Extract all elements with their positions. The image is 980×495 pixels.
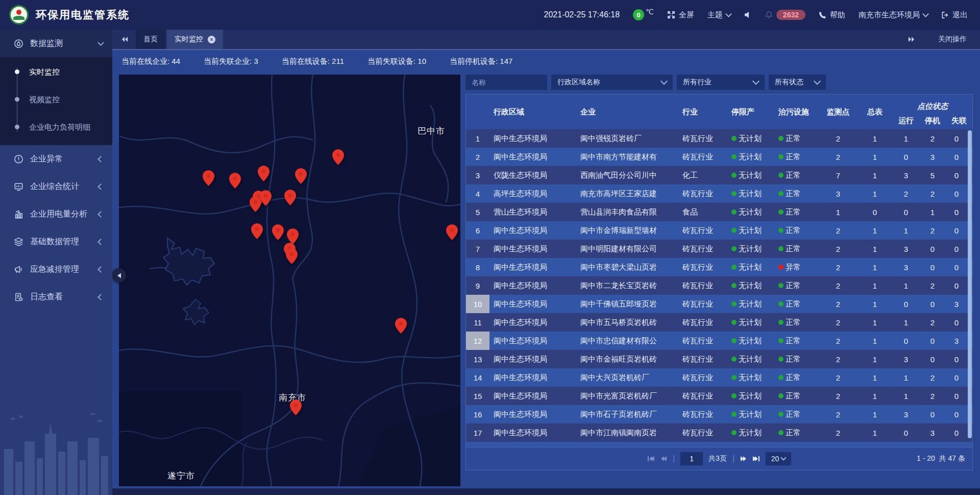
cell-region: 阆中生态环境局 — [489, 313, 576, 332]
table-row[interactable]: 7阆中生态环境局阆中明阳建材有限公司砖瓦行业无计划正常21300 — [466, 240, 972, 258]
prev-page-button[interactable] — [660, 456, 667, 462]
sidebar-subitem[interactable]: 企业电力负荷明细 — [0, 113, 112, 141]
table-row[interactable]: 17阆中生态环境局阆中市江南镇阆南页岩砖瓦行业无计划正常21030 — [466, 423, 972, 442]
table-row[interactable]: 15阆中生态环境局阆中市光富页岩机砖厂砖瓦行业无计划正常21120 — [466, 387, 972, 405]
table-scrollbar[interactable] — [967, 129, 972, 447]
map-pin-icon[interactable] — [332, 149, 344, 165]
sidebar-subitem[interactable]: 实时监控 — [0, 58, 112, 86]
tab-label: 首页 — [143, 35, 158, 44]
industry-select[interactable]: 所有行业 — [677, 75, 765, 90]
sidebar-subitem[interactable]: 视频监控 — [0, 86, 112, 113]
table-row[interactable]: 1阆中生态环境局阆中强锐页岩砖厂砖瓦行业无计划正常21120 — [466, 129, 972, 148]
col-header-industry[interactable]: 行业 — [678, 95, 727, 129]
table-row[interactable]: 13阆中生态环境局阆中市金福旺页岩机砖砖瓦行业无计划正常21300 — [466, 350, 972, 368]
table-row[interactable]: 10阆中生态环境局阆中千佛镇五郎垭页岩砖瓦行业无计划正常21003 — [466, 295, 972, 313]
map-pin-icon[interactable] — [284, 190, 296, 205]
last-page-button[interactable] — [752, 456, 760, 462]
sidebar-item-emergency[interactable]: 应急减排管理 — [0, 255, 112, 283]
table-row[interactable]: 18南部生态环境局南部县砒华水泥有限公建材化工无计划正常60060 — [466, 442, 972, 447]
table-row[interactable]: 14阆中生态环境局阆中大兴页岩机砖厂砖瓦行业无计划正常21120 — [466, 368, 972, 387]
help-button[interactable]: 帮助 — [819, 10, 845, 20]
tab-scroll-right-button[interactable] — [902, 36, 920, 43]
cell-stop-status: 无计划 — [727, 295, 774, 313]
map-pin-icon[interactable] — [395, 318, 407, 334]
status-dot-green-icon — [731, 412, 737, 417]
table-row[interactable]: 8阆中生态环境局阆中市枣碧大梁山页岩砖瓦行业无计划异常21300 — [466, 258, 972, 276]
table-body: 1阆中生态环境局阆中强锐页岩砖厂砖瓦行业无计划正常211202阆中生态环境局阆中… — [466, 129, 972, 447]
map-panel[interactable]: 巴中市南充市遂宁市 — [119, 75, 460, 486]
tab-active[interactable]: 实时监控× — [167, 30, 223, 49]
map-pin-icon[interactable] — [295, 168, 307, 184]
sidebar-item-enterprise-stats[interactable]: 企业综合统计 — [0, 173, 112, 200]
sidebar-item-enterprise-alert[interactable]: 企业异常 — [0, 145, 112, 173]
sidebar-item-data-monitor[interactable]: 数据监测 — [0, 30, 112, 57]
col-header-meter[interactable]: 总表 — [857, 95, 893, 129]
col-header-region[interactable]: 行政区域 — [489, 95, 576, 129]
status-dot-green-icon — [731, 375, 737, 380]
cell-meter-count: 1 — [857, 184, 893, 203]
cell-halt-count: 2 — [919, 129, 946, 148]
cell-halt-count: 0 — [919, 350, 946, 368]
page-number-input[interactable]: 1 — [680, 452, 703, 465]
map-pin-icon[interactable] — [286, 248, 298, 264]
map-pin-icon[interactable] — [229, 173, 241, 188]
name-search-input[interactable] — [465, 75, 547, 90]
cell-facility-status: 正常 — [774, 405, 819, 423]
stop-status-text: 无计划 — [739, 134, 762, 144]
map-pin-icon[interactable] — [446, 224, 458, 240]
sidebar-item-base-data[interactable]: 基础数据管理 — [0, 228, 112, 255]
col-header-facility[interactable]: 治污设施 — [774, 95, 819, 129]
status-dot-red-icon — [778, 265, 783, 270]
map-pin-icon[interactable] — [287, 228, 299, 244]
cell-company: 南部县砒华水泥有限公 — [576, 442, 678, 447]
map-pin-icon[interactable] — [290, 399, 302, 415]
page-size-select[interactable]: 20 — [766, 452, 791, 465]
next-page-button[interactable] — [740, 456, 747, 462]
table-row[interactable]: 9阆中生态环境局阆中市二龙长宝页岩砖砖瓦行业无计划正常21120 — [466, 276, 972, 295]
table-row[interactable]: 5营山生态环境局营山县润丰肉食品有限食品无计划正常10010 — [466, 203, 972, 221]
table-row[interactable]: 16阆中生态环境局阆中市石子页岩机砖厂砖瓦行业无计划正常21300 — [466, 405, 972, 423]
fullscreen-button[interactable]: 全屏 — [667, 10, 694, 20]
first-page-button[interactable] — [647, 456, 655, 462]
map-collapse-button[interactable] — [112, 268, 126, 282]
mute-button[interactable] — [744, 11, 752, 18]
table-row[interactable]: 6阆中生态环境局阆中市金博瑞新型墙材砖瓦行业无计划正常21120 — [466, 221, 972, 240]
map-pin-icon[interactable] — [203, 170, 214, 186]
col-header-monitor[interactable]: 监测点 — [819, 95, 857, 129]
table-row[interactable]: 4高坪生态环境局南充市高坪区王家店建砖瓦行业无计划正常31220 — [466, 184, 972, 203]
status-select[interactable]: 所有状态 — [769, 75, 826, 90]
close-operations-button[interactable]: 关闭操作 — [938, 35, 967, 44]
tab-item[interactable]: 首页 — [136, 30, 165, 49]
cell-facility-status: 正常 — [774, 423, 819, 442]
col-header-stop[interactable]: 停限产 — [727, 95, 774, 129]
col-header-sub-1[interactable]: 停机 — [919, 112, 946, 129]
city-skyline-decoration — [0, 413, 112, 495]
status-dot-green-icon — [778, 191, 783, 196]
table-row[interactable]: 12阆中生态环境局阆中市忠信建材有限公砖瓦行业无计划正常21003 — [466, 332, 972, 350]
tab-close-icon[interactable]: × — [208, 36, 215, 43]
status-dot-green-icon — [778, 136, 783, 141]
user-menu[interactable]: 南充市生态环境局 — [859, 10, 928, 20]
table-row[interactable]: 3仪陇生态环境局西南油气田分公司川中化工无计划正常71350 — [466, 166, 972, 184]
sidebar-item-logs[interactable]: 日志查看 — [0, 283, 112, 311]
col-header-sub-0[interactable]: 运行 — [893, 112, 919, 129]
table-row[interactable]: 2阆中生态环境局阆中市南方节能建材有砖瓦行业无计划正常21030 — [466, 148, 972, 166]
table-row[interactable]: 11阆中生态环境局阆中市五马桥页岩机砖砖瓦行业无计划正常21120 — [466, 313, 972, 332]
tab-scroll-left-button[interactable] — [116, 30, 134, 49]
col-header-num[interactable] — [466, 95, 489, 129]
notification-area[interactable]: 2632 — [765, 10, 805, 20]
col-header-sub-2[interactable]: 失联 — [946, 112, 972, 129]
theme-dropdown[interactable]: 主题 — [707, 10, 731, 20]
status-dot-green-icon — [731, 173, 737, 178]
map-pin-icon[interactable] — [260, 190, 272, 206]
map-pin-icon[interactable] — [272, 224, 284, 240]
col-header-company[interactable]: 企业 — [576, 95, 678, 129]
region-select[interactable]: 行政区域名称 — [551, 75, 673, 90]
map-pin-icon[interactable] — [251, 223, 263, 239]
logout-button[interactable]: 退出 — [941, 10, 968, 20]
map-pin-icon[interactable] — [258, 166, 270, 181]
cell-stop-status: 无计划 — [727, 332, 774, 350]
stop-status-text: 无计划 — [739, 355, 762, 364]
chevron-left-icon — [97, 239, 104, 245]
sidebar-item-power-analysis[interactable]: 企业用电量分析 — [0, 200, 112, 228]
